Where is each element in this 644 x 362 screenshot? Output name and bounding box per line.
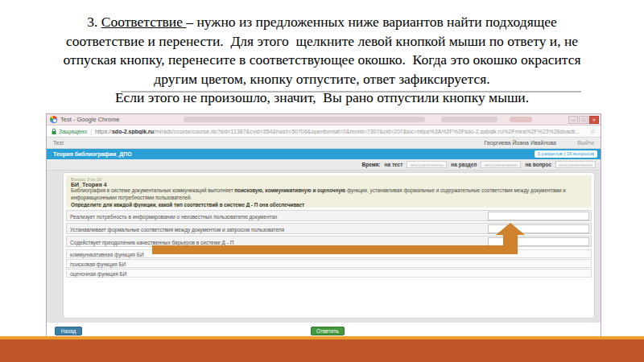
time-label: Время: [362, 162, 381, 167]
maximize-icon[interactable]: □ [579, 116, 588, 124]
instruction-line-4: другим цветом, кнопку отпустите, ответ з… [0, 70, 644, 89]
window-title: Test - Google Chrome [60, 116, 119, 123]
question-body: Библиография в системе документальных ко… [71, 187, 587, 201]
course-bar: Теория библиографии_ДПО 1 разделов | 16 … [47, 149, 601, 159]
time-name-question: на вопрос [525, 162, 551, 167]
drag-option-label: поисковая функция БИ [70, 261, 126, 267]
url-text: https://sdo-2.spbgik.ru/mirads/course/co… [95, 129, 587, 134]
blurred-overlay [510, 117, 532, 122]
instruction-number: 3. [87, 14, 101, 30]
time-name-section: на раздел [451, 162, 477, 167]
blurred-overlay [441, 117, 497, 122]
bookmark-star-icon[interactable]: ☆ [590, 128, 596, 135]
address-bar[interactable]: Защищено | https://sdo-2.spbgik.ru/mirad… [47, 125, 601, 138]
answer-button[interactable]: Ответить [311, 327, 345, 335]
question-body-bold: поисковую, коммуникативную и оценочную [234, 187, 345, 193]
question-block: Вопрос 3 из 16 БИ_Теория 4 Библиография … [66, 175, 592, 208]
secure-label: Защищено [59, 129, 87, 134]
logout-button[interactable]: Выйти [577, 140, 594, 146]
back-button[interactable]: Назад [55, 327, 82, 335]
lock-icon [52, 128, 56, 135]
instruction-line-1-rest: – нужно из предложенных ниже вариантов н… [186, 14, 556, 30]
blurred-overlay [184, 117, 425, 122]
arrow-shape [152, 223, 525, 254]
underline-rule [121, 91, 581, 93]
course-title: Теория библиографии_ДПО [53, 151, 132, 157]
instruction-text: 3. Соответствие – нужно из предложенных … [0, 13, 644, 108]
app-title: Test [53, 140, 64, 146]
drag-direction-arrow [145, 217, 531, 257]
user-name: Георгиева Йоана Ивайлова [485, 140, 556, 146]
bottom-bar-dark [0, 339, 644, 362]
close-icon[interactable]: × [589, 116, 599, 124]
question-count-badge: 1 разделов | 16 вопросов [535, 150, 597, 158]
url-path: /mirads/course/course.do?sid=11387&cvid=… [154, 129, 580, 134]
question-title: БИ_Теория 4 [71, 182, 587, 187]
app-header: Test Георгиева Йоана Ивайлова Выйти [47, 138, 601, 149]
instruction-term: Соответствие [101, 14, 187, 30]
drag-option-2[interactable]: поисковая функция БИ [66, 259, 592, 268]
url-domain: sdo-2.spbgik.ru [112, 129, 154, 134]
question-prompt: Определите для каждой функции, какой тип… [71, 202, 587, 208]
question-body-start: Библиография в системе документальных ко… [71, 187, 234, 193]
time-value-test: неограниченно [407, 161, 447, 168]
drag-option-3[interactable]: оценочная функция БИ [66, 269, 592, 278]
address-divider: | [90, 129, 92, 134]
url-scheme: https:// [95, 129, 112, 134]
chrome-icon [50, 116, 57, 123]
drag-option-label: коммуникативная функция БИ [70, 252, 144, 257]
browser-titlebar: Test - Google Chrome – □ × [47, 114, 601, 125]
minimize-icon[interactable]: – [568, 116, 578, 124]
time-value-question: неограниченно [555, 161, 596, 168]
window-controls: – □ × [568, 116, 599, 124]
drag-option-label: оценочная функция БИ [70, 271, 126, 277]
slide: 3. Соответствие – нужно из предложенных … [0, 0, 644, 362]
instruction-line-3: отпуская кнопку, перенесите в соответств… [0, 51, 644, 70]
time-name-test: на тест [385, 162, 403, 167]
time-value-section: неограниченно [481, 161, 521, 168]
instruction-line-1: 3. Соответствие – нужно из предложенных … [0, 13, 644, 32]
instruction-line-2: соответствие и перенести. Для этого щелк… [0, 32, 644, 51]
time-bar: Время: на тест неограниченно на раздел н… [47, 159, 601, 171]
